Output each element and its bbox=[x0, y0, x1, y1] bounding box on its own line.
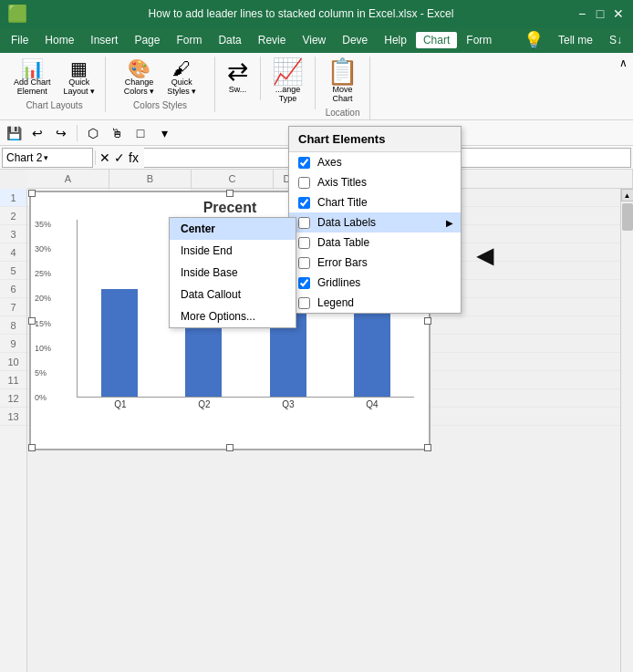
menu-data[interactable]: Data bbox=[211, 32, 248, 48]
menu-file[interactable]: File bbox=[4, 32, 36, 48]
axis-titles-checkbox[interactable] bbox=[298, 177, 310, 189]
row-num-3[interactable]: 3 bbox=[0, 225, 26, 243]
vertical-scrollbar: ▲ ▼ bbox=[620, 189, 633, 672]
submenu-data-callout[interactable]: Data Callout bbox=[170, 284, 296, 305]
handle-mr[interactable] bbox=[424, 317, 431, 325]
name-box[interactable]: Chart 2 ▾ bbox=[2, 148, 93, 168]
confirm-formula-button[interactable]: ✓ bbox=[114, 150, 125, 165]
dropdown-item-chart-title[interactable]: Chart Title bbox=[289, 192, 461, 212]
y-label-0: 0% bbox=[35, 393, 51, 402]
y-axis-labels: 0% 5% 10% 15% 20% 25% 30% 35% bbox=[35, 220, 51, 402]
save-toolbar-button[interactable]: 💾 bbox=[4, 123, 24, 143]
row-num-7[interactable]: 7 bbox=[0, 298, 26, 316]
x-label-q2: Q2 bbox=[198, 399, 210, 409]
data-labels-submenu: Center Inside End Inside Base Data Callo… bbox=[169, 217, 296, 328]
maximize-button[interactable]: □ bbox=[593, 6, 607, 21]
row-num-5[interactable]: 5 bbox=[0, 262, 26, 280]
ribbon-group-switch: ⇄ Sw... bbox=[215, 57, 261, 100]
menu-help[interactable]: Help bbox=[377, 32, 414, 48]
data-table-checkbox[interactable] bbox=[298, 237, 310, 249]
y-label-5: 5% bbox=[35, 368, 51, 377]
menu-insert[interactable]: Insert bbox=[83, 32, 125, 48]
tell-me[interactable]: Tell me bbox=[551, 32, 600, 48]
dropdown-item-gridlines[interactable]: Gridlines bbox=[289, 273, 461, 293]
scroll-up-button[interactable]: ▲ bbox=[621, 189, 634, 202]
handle-ml[interactable] bbox=[28, 317, 36, 325]
cancel-formula-button[interactable]: ✕ bbox=[99, 150, 110, 165]
legend-checkbox[interactable] bbox=[298, 297, 310, 309]
toolbar-extra-4[interactable]: ▾ bbox=[154, 123, 174, 143]
submenu-inside-base[interactable]: Inside Base bbox=[170, 262, 296, 284]
row-num-4[interactable]: 4 bbox=[0, 243, 26, 262]
col-header-a[interactable]: A bbox=[27, 170, 109, 188]
dropdown-item-legend[interactable]: Legend bbox=[289, 293, 461, 313]
menu-home[interactable]: Home bbox=[37, 32, 81, 48]
undo-button[interactable]: ↩ bbox=[27, 123, 47, 143]
menu-chart[interactable]: Chart bbox=[416, 32, 457, 48]
change-colors-button[interactable]: 🎨 ChangeColors ▾ bbox=[119, 57, 160, 98]
dropdown-item-data-table[interactable]: Data Table bbox=[289, 233, 461, 253]
dropdown-item-data-labels[interactable]: Data Labels ▶ bbox=[289, 212, 461, 233]
submenu-inside-end[interactable]: Inside End bbox=[170, 240, 296, 262]
ribbon-collapse-button[interactable]: ∧ bbox=[617, 57, 629, 73]
switch-buttons: ⇄ Sw... bbox=[222, 57, 254, 97]
data-labels-checkbox[interactable] bbox=[298, 217, 310, 229]
menu-form[interactable]: Form bbox=[169, 32, 209, 48]
handle-br[interactable] bbox=[424, 444, 431, 451]
row-num-10[interactable]: 10 bbox=[0, 353, 26, 371]
submenu-more-options[interactable]: More Options... bbox=[170, 305, 296, 327]
add-chart-element-button[interactable]: 📊 Add ChartElement bbox=[9, 57, 56, 98]
row-num-2[interactable]: 2 bbox=[0, 207, 26, 225]
menu-revie[interactable]: Revie bbox=[251, 32, 294, 48]
dropdown-item-axes[interactable]: Axes bbox=[289, 152, 461, 172]
error-bars-checkbox[interactable] bbox=[298, 257, 310, 269]
handle-bm[interactable] bbox=[226, 444, 233, 451]
quick-layout-icon: ▦ bbox=[70, 59, 88, 78]
move-chart-button[interactable]: 📋 MoveChart bbox=[322, 57, 363, 106]
chart-layouts-label: Chart Layouts bbox=[26, 100, 82, 110]
x-label-q1: Q1 bbox=[114, 399, 126, 409]
menu-page[interactable]: Page bbox=[127, 32, 167, 48]
location-label: Location bbox=[326, 108, 360, 118]
user-icon[interactable]: S↓ bbox=[602, 32, 629, 48]
redo-button[interactable]: ↪ bbox=[51, 123, 71, 143]
close-button[interactable]: ✕ bbox=[611, 6, 626, 21]
minimize-button[interactable]: − bbox=[575, 6, 589, 21]
scroll-thumb[interactable] bbox=[622, 203, 633, 231]
lightbulb-icon: 💡 bbox=[524, 30, 544, 50]
dropdown-item-error-bars[interactable]: Error Bars bbox=[289, 253, 461, 273]
handle-bl[interactable] bbox=[28, 444, 36, 451]
row-num-12[interactable]: 12 bbox=[0, 389, 26, 408]
menu-deve[interactable]: Deve bbox=[335, 32, 375, 48]
row-num-1[interactable]: 1 bbox=[0, 189, 26, 207]
dropdown-item-axis-titles[interactable]: Axis Titles bbox=[289, 172, 461, 192]
row-num-6[interactable]: 6 bbox=[0, 280, 26, 298]
function-button[interactable]: fx bbox=[129, 150, 139, 165]
chart-title-checkbox[interactable] bbox=[298, 197, 310, 209]
toolbar-extra-2[interactable]: 🖱 bbox=[107, 123, 127, 143]
handle-tm[interactable] bbox=[226, 190, 233, 197]
menu-form2[interactable]: Form bbox=[459, 32, 499, 48]
ribbon-group-chart-styles: 🎨 ChangeColors ▾ 🖌 QuickStyles ▾ Colors … bbox=[106, 57, 215, 112]
change-type-button[interactable]: 📈 ...angeType bbox=[267, 57, 308, 106]
row-num-11[interactable]: 11 bbox=[0, 371, 26, 389]
quick-styles-button[interactable]: 🖌 QuickStyles ▾ bbox=[162, 57, 201, 98]
col-header-b[interactable]: B bbox=[109, 170, 192, 188]
y-label-35: 35% bbox=[35, 220, 51, 229]
gridlines-checkbox[interactable] bbox=[298, 277, 310, 289]
submenu-center[interactable]: Center bbox=[170, 218, 296, 240]
ribbon-group-chart-layouts: 📊 Add ChartElement ▦ QuickLayout ▾ Chart… bbox=[4, 57, 106, 112]
row-num-13[interactable]: 13 bbox=[0, 408, 26, 426]
menu-view[interactable]: View bbox=[295, 32, 333, 48]
col-header-c[interactable]: C bbox=[192, 170, 274, 188]
quick-layout-button[interactable]: ▦ QuickLayout ▾ bbox=[59, 57, 100, 98]
name-box-value: Chart 2 bbox=[6, 151, 42, 164]
toolbar-extra-3[interactable]: □ bbox=[130, 123, 150, 143]
handle-tl[interactable] bbox=[28, 190, 36, 197]
name-box-arrow[interactable]: ▾ bbox=[44, 153, 48, 162]
toolbar-extra-1[interactable]: ⬡ bbox=[83, 123, 103, 143]
row-num-9[interactable]: 9 bbox=[0, 335, 26, 353]
row-num-8[interactable]: 8 bbox=[0, 316, 26, 335]
axes-checkbox[interactable] bbox=[298, 157, 310, 169]
switch-button[interactable]: ⇄ Sw... bbox=[222, 57, 254, 97]
